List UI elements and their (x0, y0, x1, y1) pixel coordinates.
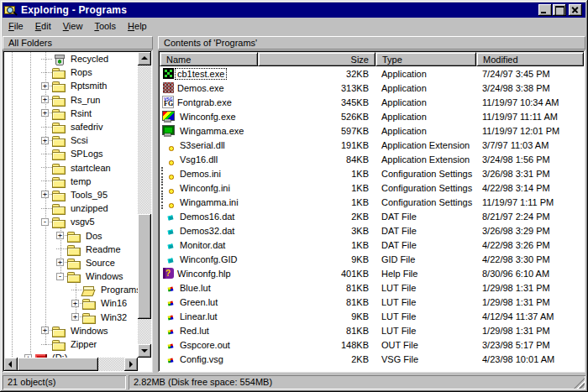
file-row[interactable]: cb1test.exe 32KB Application 7/24/97 3:4… (160, 66, 584, 81)
tree-item[interactable]: + Rptsmith (4, 79, 138, 92)
tree-item[interactable]: + Win32 (4, 311, 138, 324)
file-row[interactable]: Demos16.dat 2KB DAT File 8/21/97 2:24 PM (160, 209, 584, 223)
tree-expand-toggle[interactable]: + (56, 259, 64, 266)
file-name: Gspcore.out (177, 339, 233, 351)
tree-expand-toggle[interactable]: - (56, 273, 64, 280)
tree-expand-toggle[interactable]: + (71, 313, 79, 321)
tree-connector: + (41, 82, 52, 90)
tree-expand-toggle[interactable]: + (41, 109, 49, 117)
tree-item[interactable]: - Windows (4, 269, 138, 283)
tree-item[interactable]: Rops (4, 65, 138, 79)
file-row[interactable]: Blue.lut 81KB LUT File 1/29/98 1:31 PM (160, 280, 584, 295)
scroll-right-button[interactable] (124, 358, 138, 371)
minimize-button[interactable] (538, 4, 552, 16)
vertical-scroll-thumb[interactable] (138, 214, 151, 319)
tree-item[interactable]: + Tools_95 (4, 188, 138, 201)
horizontal-scroll-thumb[interactable] (18, 358, 98, 371)
menu-item[interactable]: View (57, 19, 89, 34)
file-type-icon (161, 181, 175, 195)
file-type-icon (161, 196, 175, 209)
tree-item[interactable]: + Rs_run (4, 93, 138, 107)
file-size: 3KB (258, 226, 375, 236)
tree-item-icon (82, 311, 96, 324)
scroll-left-button[interactable] (4, 358, 18, 371)
file-row[interactable]: Fontgrab.exe 345KB Application 11/19/97 … (160, 95, 584, 109)
tree-item[interactable]: + (D:) (4, 351, 138, 358)
tree-item[interactable]: Readme (4, 243, 138, 256)
maximize-button[interactable] (553, 4, 566, 16)
tree-vertical-scrollbar[interactable] (138, 52, 151, 358)
file-type-icon (161, 110, 175, 123)
tree-item[interactable]: + Scsi (4, 133, 138, 147)
tree-expand-toggle[interactable]: - (41, 218, 49, 226)
file-row[interactable]: Config.vsg 2KB VSG File 4/23/98 10:01 AM (160, 352, 584, 366)
column-header[interactable]: Size (258, 52, 375, 66)
title-bar[interactable]: Exploring - Programs (3, 3, 585, 18)
tree-item-label: Programs (99, 284, 138, 295)
file-name-cell: Gspcore.out (160, 338, 258, 352)
scroll-down-button[interactable] (138, 344, 151, 358)
tree-item[interactable]: - vsgv5 (4, 215, 138, 228)
file-row[interactable]: Wingamma.ini 1KB Configuration Settings … (160, 195, 584, 209)
tree-expand-toggle[interactable]: + (41, 327, 49, 334)
column-header[interactable]: Type (375, 52, 476, 66)
tree-expand-toggle[interactable]: + (41, 96, 49, 103)
menu-item[interactable]: Help (122, 19, 153, 34)
close-button[interactable] (569, 4, 582, 16)
tree-expand-toggle[interactable]: + (56, 232, 64, 239)
file-row[interactable]: Demos32.dat 3KB DAT File 3/26/98 3:29 PM (160, 223, 584, 238)
tree-item[interactable]: Zipper (4, 337, 138, 351)
tree-item[interactable]: + Win16 (4, 296, 138, 310)
file-row[interactable]: Red.lut 81KB LUT File 1/29/98 1:31 PM (160, 323, 584, 337)
file-type-icon (161, 281, 175, 295)
right-arrow-icon (129, 361, 133, 368)
tree-item[interactable]: Programs (4, 283, 138, 296)
tree-item[interactable]: temp (4, 175, 138, 188)
scroll-up-button[interactable] (138, 52, 151, 65)
file-row[interactable]: S3serial.dll 191KB Application Extension… (160, 138, 584, 152)
file-row[interactable]: Green.lut 81KB LUT File 1/29/98 1:31 PM (160, 295, 584, 309)
file-type: OUT File (375, 340, 476, 350)
resize-grip[interactable] (574, 378, 585, 389)
file-row[interactable]: Demos.ini 1KB Configuration Settings 3/2… (160, 166, 584, 180)
tree-horizontal-scrollbar[interactable] (4, 358, 138, 371)
file-name-cell: S3serial.dll (160, 139, 258, 152)
tree-item[interactable]: startclean (4, 161, 138, 175)
column-header[interactable]: Modified (476, 52, 584, 66)
tree-item[interactable]: SPLogs (4, 147, 138, 160)
tree-item[interactable]: Recycled (4, 52, 138, 65)
tree-expand-toggle[interactable]: + (71, 300, 79, 307)
menu-item[interactable]: File (3, 19, 29, 34)
file-row[interactable]: Winconfg.exe 526KB Application 11/19/97 … (160, 109, 584, 123)
file-row[interactable]: Demos.exe 313KB Application 3/24/98 3:38… (160, 81, 584, 95)
file-row[interactable]: Vsg16.dll 84KB Application Extension 3/2… (160, 152, 584, 166)
tree-item[interactable]: + Dos (4, 228, 138, 242)
tree-item[interactable]: safedriv (4, 120, 138, 133)
menu-item[interactable]: Tools (88, 19, 122, 34)
status-bar: 21 object(s) 2.82MB (Disk free space: 55… (3, 375, 585, 389)
tree-item-label: Win32 (99, 311, 129, 323)
file-size: 9KB (258, 254, 375, 264)
file-list-pane: Name Size Type Modified cb1test.exe 32KB… (158, 50, 585, 373)
tree-item[interactable]: + Rsint (4, 107, 138, 120)
file-name: Vsg16.dll (177, 154, 220, 165)
file-row[interactable]: Monitor.dat 1KB DAT File 4/22/98 3:26 PM (160, 238, 584, 252)
file-row[interactable]: Wingamma.exe 597KB Application 11/19/97 … (160, 123, 584, 138)
tree-expand-toggle[interactable]: + (41, 82, 49, 90)
file-type-icon (163, 268, 174, 279)
file-row[interactable]: Winconfg.ini 1KB Configuration Settings … (160, 180, 584, 195)
column-header[interactable]: Name (160, 52, 258, 66)
file-row[interactable]: Winconfg.GID 9KB GID File 4/22/98 3:30 P… (160, 252, 584, 266)
tree-item[interactable]: + Source (4, 256, 138, 269)
tree-expand-toggle[interactable]: + (41, 137, 49, 144)
file-name: Fontgrab.exe (175, 97, 234, 108)
file-size: 1KB (258, 197, 375, 207)
tree-item[interactable]: unzipped (4, 201, 138, 215)
tree-connector: + (41, 96, 52, 103)
menu-item[interactable]: Edit (29, 19, 57, 34)
file-row[interactable]: Linear.lut 9KB LUT File 4/12/94 11:37 AM (160, 309, 584, 323)
tree-item[interactable]: + Windows (4, 324, 138, 337)
file-row[interactable]: Winconfg.hlp 401KB Help File 8/30/96 6:1… (160, 266, 584, 280)
file-row[interactable]: Gspcore.out 148KB OUT File 3/23/98 5:17 … (160, 337, 584, 352)
tree-expand-toggle[interactable]: + (41, 191, 49, 198)
